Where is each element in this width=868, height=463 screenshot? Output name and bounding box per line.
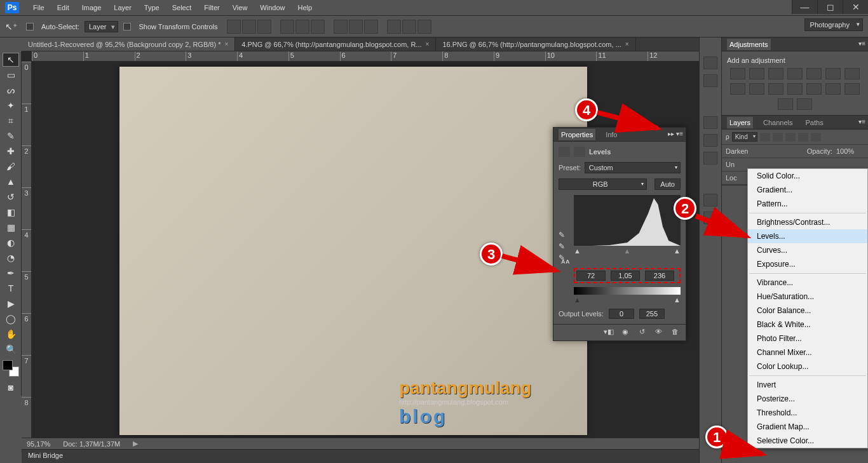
exposure-adj-icon[interactable] [787,68,803,79]
white-eyedropper-icon[interactable]: ✎ [559,253,569,262]
colorlookup-adj-icon[interactable] [787,83,803,95]
paths-tab[interactable]: Paths [803,117,826,128]
maximize-button[interactable]: ◻ [817,0,843,14]
distribute-icon[interactable] [417,20,431,34]
menu-type[interactable]: Type [138,4,166,11]
ctx-item-huesaturation[interactable]: Hue/Saturation... [748,290,867,304]
tab-close-icon[interactable]: × [426,41,430,48]
ctx-item-levels[interactable]: Levels... [748,229,867,243]
filter-pixel-icon[interactable] [760,133,770,142]
mini-bridge-tab[interactable]: Mini Bridge [22,449,699,463]
align-icon[interactable] [311,20,325,34]
dodge-tool[interactable]: ◔ [3,251,19,265]
marquee-tool[interactable]: ▭ [3,68,19,82]
photofilter-adj-icon[interactable] [749,83,764,95]
tab-close-icon[interactable]: × [224,41,228,48]
quick-mask-toggle[interactable]: ◙ [3,380,19,394]
path-selection-tool[interactable]: ▶ [3,297,19,311]
crop-tool[interactable]: ⌗ [3,114,19,128]
channelmixer-adj-icon[interactable] [768,83,783,95]
selectivecolor-adj-icon[interactable] [797,98,812,110]
panel-menu-icon[interactable]: ▾≡ [858,40,865,47]
ctx-item-brightnesscontrast[interactable]: Brightness/Contrast... [748,215,867,229]
panel-icon[interactable] [703,152,717,164]
distribute-icon[interactable] [349,20,363,34]
previous-state-icon[interactable]: ◉ [620,328,631,338]
layer-filter-dropdown[interactable]: Kind [732,132,757,142]
output-white-input[interactable] [639,309,665,319]
ctx-item-solidcolor[interactable]: Solid Color... [748,169,867,183]
workspace-dropdown[interactable]: Photography [804,18,863,31]
black-eyedropper-icon[interactable]: ✎ [559,231,569,239]
close-button[interactable]: ✕ [843,0,868,14]
panel-icon[interactable] [703,211,717,224]
ctx-item-channelmixer[interactable]: Channel Mixer... [748,346,867,359]
lasso-tool[interactable]: ᔕ [3,83,19,97]
auto-button[interactable]: Auto [654,178,681,190]
type-tool[interactable]: T [3,281,19,295]
collapse-panel-icon[interactable]: ▸▸ ▾≡ [668,130,683,137]
distribute-icon[interactable] [334,20,348,34]
ctx-item-photofilter[interactable]: Photo Filter... [748,332,867,346]
ctx-item-colorbalance[interactable]: Color Balance... [748,304,867,318]
vibrance-adj-icon[interactable] [806,68,822,79]
align-icon[interactable] [257,20,271,34]
info-tab[interactable]: Info [603,129,620,140]
properties-tab[interactable]: Properties [559,129,595,140]
document-tab[interactable]: 16.PNG @ 66,7% (http://pantangmulang.blo… [436,37,635,51]
auto-select-checkbox[interactable] [26,23,34,30]
gradient-tool[interactable]: ▦ [3,220,19,234]
clip-to-layer-icon[interactable]: ▾◧ [603,328,614,338]
menu-layer[interactable]: Layer [107,4,138,11]
layers-tab[interactable]: Layers [727,117,753,128]
align-icon[interactable] [227,20,241,34]
distribute-icon[interactable] [364,20,378,34]
foreground-background-swatch[interactable] [3,360,19,377]
distribute-icon[interactable] [402,20,416,34]
history-brush-tool[interactable]: ↺ [3,190,19,204]
healing-brush-tool[interactable]: ✚ [3,144,19,158]
magic-wand-tool[interactable]: ✦ [3,98,19,112]
document-tab[interactable]: Untitled-1-Recovered @ 95,2% (Background… [22,37,235,51]
menu-edit[interactable]: Edit [51,4,76,11]
blend-mode-dropdown[interactable]: Darken [726,147,803,155]
white-point-input[interactable] [645,271,674,281]
brush-tool[interactable]: 🖌 [3,159,19,173]
ctx-item-threshold[interactable]: Threshold... [748,406,867,420]
panel-menu-icon[interactable]: ▾≡ [858,118,865,125]
adjustments-tab[interactable]: Adjustments [727,39,771,50]
panel-icon[interactable] [703,116,717,129]
align-icon[interactable] [295,20,309,34]
menu-file[interactable]: File [27,4,51,11]
auto-select-target-dropdown[interactable]: Layer [85,21,119,32]
panel-icon[interactable] [703,134,717,147]
ctx-item-gradient[interactable]: Gradient... [748,183,867,197]
distribute-icon[interactable] [387,20,401,34]
histogram[interactable] [574,195,681,246]
menu-window[interactable]: Window [254,4,291,11]
show-transform-checkbox[interactable] [123,23,131,30]
gray-eyedropper-icon[interactable]: ✎ [559,242,569,251]
gamma-input[interactable] [611,271,640,281]
panel-icon[interactable] [703,194,717,206]
ctx-item-vibrance[interactable]: Vibrance... [748,276,867,290]
eraser-tool[interactable]: ◧ [3,205,19,219]
hand-tool[interactable]: ✋ [3,327,19,341]
menu-filter[interactable]: Filter [198,4,226,11]
canvas[interactable]: pantangmulang http://pantangmulang.blogs… [119,67,587,435]
output-black-input[interactable] [609,309,634,319]
shape-tool[interactable]: ◯ [3,312,19,326]
ctx-item-colorlookup[interactable]: Color Lookup... [748,359,867,373]
preset-dropdown[interactable]: Custom [585,162,681,173]
menu-select[interactable]: Select [166,4,198,11]
curves-adj-icon[interactable] [768,68,783,79]
zoom-tool[interactable]: 🔍 [3,342,19,356]
pen-tool[interactable]: ✒ [3,266,19,280]
ctx-item-blackwhite[interactable]: Black & White... [748,318,867,332]
gradientmap-adj-icon[interactable] [778,98,793,110]
eyedropper-tool[interactable]: ✎ [3,129,19,143]
ctx-item-gradientmap[interactable]: Gradient Map... [748,420,867,434]
hue-adj-icon[interactable] [825,68,841,79]
ctx-item-selectivecolor[interactable]: Selective Color... [748,434,867,448]
output-gradient[interactable] [574,287,681,295]
